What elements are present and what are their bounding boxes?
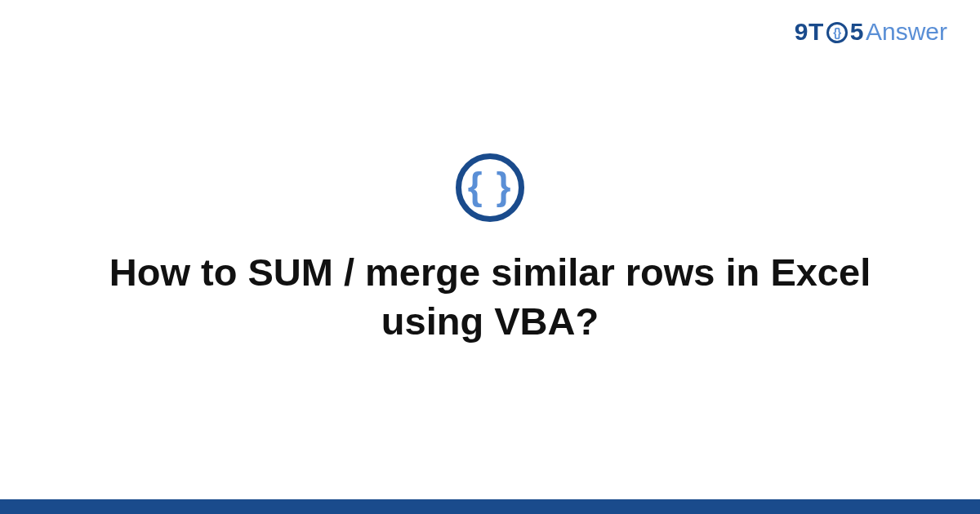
hero-section: { } How to SUM / merge similar rows in E…	[0, 0, 980, 499]
braces-glyph: { }	[468, 167, 513, 205]
footer-accent-bar	[0, 499, 980, 514]
braces-icon: { }	[456, 153, 524, 222]
page-title: How to SUM / merge similar rows in Excel…	[98, 248, 882, 346]
